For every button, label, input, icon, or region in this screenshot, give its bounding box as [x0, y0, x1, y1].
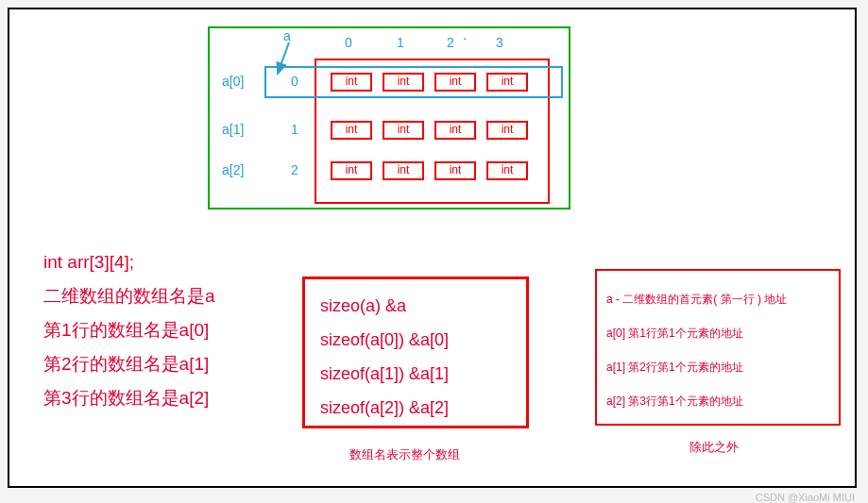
address-box: a - 二维数组的首元素( 第一行 ) 地址 a[0] 第1行第1个元素的地址 …	[595, 269, 841, 426]
row1-left: a[1]	[222, 122, 244, 137]
row1-idx: 1	[291, 122, 298, 137]
cell-1-1: int	[383, 121, 424, 140]
address-caption: 除此之外	[689, 439, 739, 456]
dim-dot: ·	[463, 30, 467, 47]
left-line-5: 第3行的数组名是a[2]	[43, 381, 215, 415]
cell-2-0: int	[331, 161, 372, 180]
cell-0-3: int	[486, 73, 528, 92]
cell-1-2: int	[434, 121, 476, 140]
cell-0-1: int	[383, 73, 424, 92]
sizeof-line-1: sizeo(a) &a	[320, 289, 511, 323]
cell-2-1: int	[383, 161, 424, 180]
row2-idx: 2	[291, 162, 298, 177]
watermark: CSDN @XiaoMi MIUI	[756, 492, 855, 503]
col-header-3: 3	[496, 35, 503, 50]
addr-line-2: a[0] 第1行第1个元素的地址	[606, 316, 829, 350]
cell-2-2: int	[434, 161, 476, 180]
cell-1-0: int	[331, 121, 372, 140]
col-header-2: 2	[447, 35, 454, 50]
addr-line-3: a[1] 第2行第1个元素的地址	[606, 350, 829, 384]
left-text-block: int arr[3][4]; 二维数组的数组名是a 第1行的数组名是a[0] 第…	[43, 245, 215, 415]
cell-0-0: int	[331, 73, 372, 92]
sizeof-line-2: sizeof(a[0]) &a[0]	[320, 323, 511, 357]
addr-line-4: a[2] 第3行第1个元素的地址	[606, 384, 829, 418]
left-line-4: 第2行的数组名是a[1]	[43, 347, 215, 381]
sizeof-line-4: sizeof(a[2]) &a[2]	[320, 391, 511, 425]
outer-frame: a 0 1 2 · 3 a[0] 0 int int int int a[1] …	[8, 8, 857, 488]
row2-left: a[2]	[222, 162, 244, 177]
left-line-2: 二维数组的数组名是a	[43, 279, 215, 313]
left-line-3: 第1行的数组名是a[0]	[43, 313, 215, 347]
sizeof-box: sizeo(a) &a sizeof(a[0]) &a[0] sizeof(a[…	[302, 277, 529, 428]
addr-line-1: a - 二维数组的首元素( 第一行 ) 地址	[606, 282, 829, 316]
cell-1-3: int	[486, 121, 528, 140]
sizeof-line-3: sizeof(a[1]) &a[1]	[320, 357, 511, 391]
col-header-0: 0	[345, 35, 352, 50]
row0-left: a[0]	[222, 74, 244, 89]
left-line-1: int arr[3][4];	[43, 245, 215, 279]
cell-0-2: int	[434, 73, 476, 92]
cell-2-3: int	[486, 161, 528, 180]
row0-idx: 0	[291, 74, 298, 89]
col-header-1: 1	[397, 35, 404, 50]
sizeof-caption: 数组名表示整个数组	[349, 446, 460, 463]
